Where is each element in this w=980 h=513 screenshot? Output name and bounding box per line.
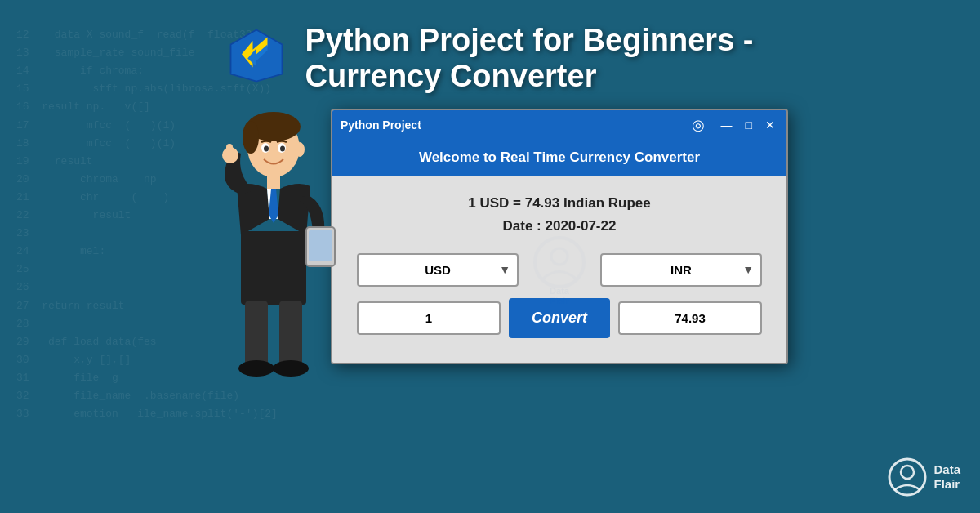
window-header-bar: Welcome to Real Time Currency Converter xyxy=(332,140,786,176)
page-title: Python Project for Beginners - Currency … xyxy=(305,23,754,94)
maximize-button[interactable]: □ xyxy=(742,118,755,132)
person-figure xyxy=(192,109,355,386)
from-currency-wrapper: USD EUR GBP INR ▼ xyxy=(357,253,519,287)
window-controls: ◎ — □ ✕ xyxy=(692,116,778,134)
to-currency-wrapper: INR USD EUR GBP ▼ xyxy=(600,253,762,287)
svg-rect-14 xyxy=(279,301,302,366)
svg-point-16 xyxy=(273,360,309,377)
amounts-row: Convert xyxy=(357,298,762,338)
app-window-wrapper: Python Project ◎ — □ ✕ Welcome to Real T… xyxy=(192,109,788,386)
logo-container xyxy=(227,26,292,91)
svg-rect-18 xyxy=(226,144,233,158)
to-currency-select[interactable]: INR USD EUR GBP xyxy=(600,253,762,287)
dataflair-logo: Data Flair xyxy=(888,457,960,497)
svg-point-24 xyxy=(901,466,914,479)
svg-point-10 xyxy=(280,146,285,152)
to-amount-field xyxy=(618,301,762,335)
svg-rect-12 xyxy=(241,231,306,305)
window-content: DataFlair 1 USD = 74.93 Indian Rupee Dat… xyxy=(332,176,786,362)
svg-point-6 xyxy=(295,142,305,157)
svg-point-5 xyxy=(243,121,259,154)
dataflair-text: Data Flair xyxy=(933,462,960,492)
window-titlebar: Python Project ◎ — □ ✕ xyxy=(332,110,786,140)
svg-point-15 xyxy=(238,360,274,377)
svg-rect-13 xyxy=(245,301,268,366)
header-area: Python Project for Beginners - Currency … xyxy=(227,23,754,94)
scroll-icon: ◎ xyxy=(692,116,705,134)
rate-line2: Date : 2020-07-22 xyxy=(357,215,762,237)
main-content: Python Project for Beginners - Currency … xyxy=(0,0,980,513)
dataflair-icon xyxy=(888,457,927,497)
rate-info: 1 USD = 74.93 Indian Rupee Date : 2020-0… xyxy=(357,192,762,236)
app-window: Python Project ◎ — □ ✕ Welcome to Real T… xyxy=(331,109,788,364)
close-button[interactable]: ✕ xyxy=(762,118,778,132)
convert-button[interactable]: Convert xyxy=(509,298,610,338)
minimize-button[interactable]: — xyxy=(718,118,736,132)
from-currency-select[interactable]: USD EUR GBP INR xyxy=(357,253,519,287)
to-amount-input[interactable] xyxy=(618,301,762,335)
from-amount-input[interactable] xyxy=(357,301,501,335)
logo-icon xyxy=(227,26,286,85)
from-amount-field xyxy=(357,301,501,335)
window-header-text: Welcome to Real Time Currency Converter xyxy=(419,149,700,165)
currency-select-row: USD EUR GBP INR ▼ INR USD EUR xyxy=(357,253,762,287)
svg-rect-11 xyxy=(267,174,280,189)
rate-line1: 1 USD = 74.93 Indian Rupee xyxy=(357,192,762,214)
svg-point-9 xyxy=(264,146,269,152)
svg-rect-20 xyxy=(309,230,332,261)
